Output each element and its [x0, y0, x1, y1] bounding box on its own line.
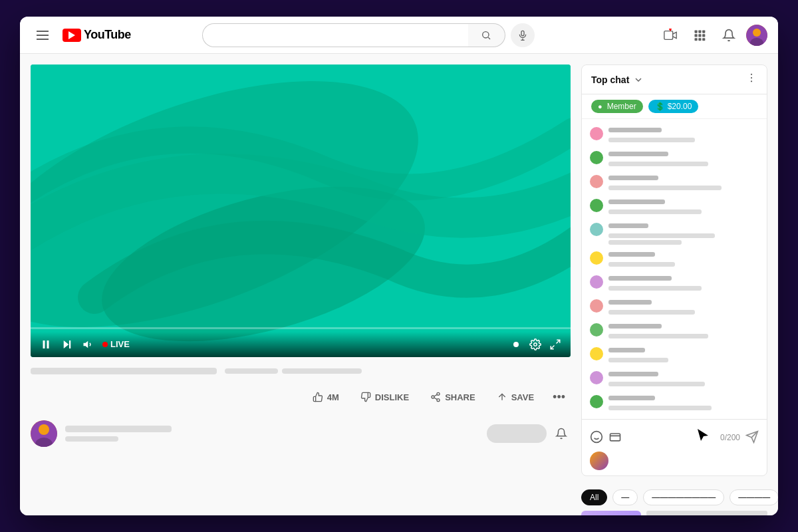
svg-line-1 [488, 37, 490, 39]
header: YouTube [20, 17, 778, 54]
pause-button[interactable] [39, 337, 53, 352]
chat-message-3[interactable] [582, 195, 767, 219]
volume-icon [82, 338, 94, 350]
svg-line-28 [551, 345, 554, 348]
rec-pill-1[interactable]: — [612, 489, 638, 505]
chat-content-0 [608, 126, 759, 144]
svg-line-33 [434, 395, 438, 397]
chat-content-7 [608, 298, 759, 317]
send-button[interactable] [745, 430, 759, 446]
chat-username-9 [608, 348, 645, 352]
chat-icon-row: 0/200 [590, 425, 759, 448]
video-player[interactable]: LIVE [31, 65, 571, 357]
menu-button[interactable] [31, 23, 55, 47]
skip-button[interactable] [60, 337, 74, 352]
volume-button[interactable] [81, 337, 96, 352]
chat-username-10 [608, 372, 658, 376]
notifications-button[interactable] [717, 23, 741, 47]
chat-messages-list[interactable] [582, 119, 767, 419]
chat-more-button[interactable] [745, 72, 757, 87]
chat-input-row [590, 452, 759, 470]
like-count: 4M [327, 392, 339, 402]
emoji-button[interactable] [590, 430, 603, 446]
miniplayer-toggle[interactable] [509, 338, 523, 351]
mic-icon [517, 30, 528, 41]
logo-text: YouTube [84, 28, 131, 42]
chat-avatar-8 [590, 323, 603, 336]
chat-message-1[interactable] [582, 147, 767, 171]
voice-search-button[interactable] [511, 23, 535, 47]
chat-text-line1-10 [608, 382, 705, 386]
svg-rect-2 [521, 31, 524, 35]
create-button[interactable] [658, 23, 682, 47]
apps-button[interactable] [688, 23, 712, 47]
chat-username-3 [608, 200, 665, 204]
chat-message-4[interactable] [582, 219, 767, 247]
recommendation-item[interactable]: 3:20 [581, 508, 767, 515]
chat-message-0[interactable] [582, 123, 767, 147]
chat-message-5[interactable] [582, 247, 767, 271]
rec-pill-2[interactable]: ———————— [643, 489, 724, 505]
rec-info [646, 511, 767, 515]
svg-marker-22 [64, 340, 69, 348]
chat-username-2 [608, 176, 658, 180]
super-chat-label: $20.00 [668, 102, 692, 111]
avatar-image [746, 25, 767, 46]
chat-message-7[interactable] [582, 295, 767, 319]
svg-point-31 [437, 399, 440, 402]
chat-username-7 [608, 300, 652, 305]
svg-point-41 [591, 431, 602, 442]
chat-text-input[interactable] [614, 456, 759, 466]
recommendations-section: All————————————— 3:20 [581, 487, 767, 515]
more-options-button[interactable]: ••• [547, 388, 571, 407]
fullscreen-button[interactable] [548, 337, 563, 352]
chat-avatar-5 [590, 251, 603, 265]
chat-text-line2-4 [608, 240, 682, 245]
chat-message-8[interactable] [582, 319, 767, 343]
dislike-button[interactable]: DISLIKE [352, 388, 417, 406]
member-filter-pill[interactable]: ● Member [591, 100, 643, 113]
search-input[interactable] [202, 23, 468, 47]
save-button[interactable]: SAVE [489, 388, 542, 406]
svg-point-26 [534, 343, 537, 346]
video-swirl [31, 65, 571, 357]
chat-message-11[interactable] [582, 391, 767, 415]
notification-bell-button[interactable] [552, 424, 571, 443]
settings-icon [529, 338, 541, 350]
chat-message-6[interactable] [582, 271, 767, 295]
channel-name [65, 426, 172, 432]
chat-content-10 [608, 370, 759, 388]
apps-icon [693, 29, 706, 42]
chat-title: Top chat [591, 74, 629, 85]
subscribe-button[interactable] [487, 424, 547, 443]
rec-pill-0[interactable]: All [581, 489, 607, 505]
rec-pill-3[interactable]: ———— [730, 489, 778, 505]
svg-marker-24 [84, 341, 88, 348]
chat-title-area[interactable]: Top chat [591, 74, 644, 85]
chat-username-0 [608, 128, 662, 132]
like-button[interactable]: 4M [305, 388, 347, 406]
super-chat-button[interactable] [608, 430, 622, 446]
super-chat-filter-pill[interactable]: 💲 $20.00 [648, 100, 699, 113]
subscribe-area [487, 424, 571, 443]
progress-bar[interactable] [31, 327, 571, 329]
right-panel: Top chat ● Member [581, 65, 767, 505]
chat-message-9[interactable] [582, 343, 767, 367]
chat-text-line1-8 [608, 334, 708, 338]
svg-rect-23 [69, 340, 70, 348]
chat-message-10[interactable] [582, 367, 767, 391]
share-button[interactable]: SHARE [422, 388, 483, 406]
svg-point-29 [437, 393, 440, 396]
chat-text-line1-1 [608, 162, 708, 166]
user-avatar[interactable] [746, 25, 767, 46]
settings-button[interactable] [528, 337, 543, 352]
share-icon [430, 392, 441, 402]
search-button[interactable] [468, 23, 505, 47]
svg-rect-10 [702, 30, 705, 33]
chat-text-line1-2 [608, 186, 722, 190]
chat-content-8 [608, 322, 759, 340]
search-area [202, 23, 535, 47]
chat-message-2[interactable] [582, 171, 767, 195]
save-label: SAVE [511, 392, 534, 402]
chat-input-area: 0/200 [582, 419, 767, 475]
